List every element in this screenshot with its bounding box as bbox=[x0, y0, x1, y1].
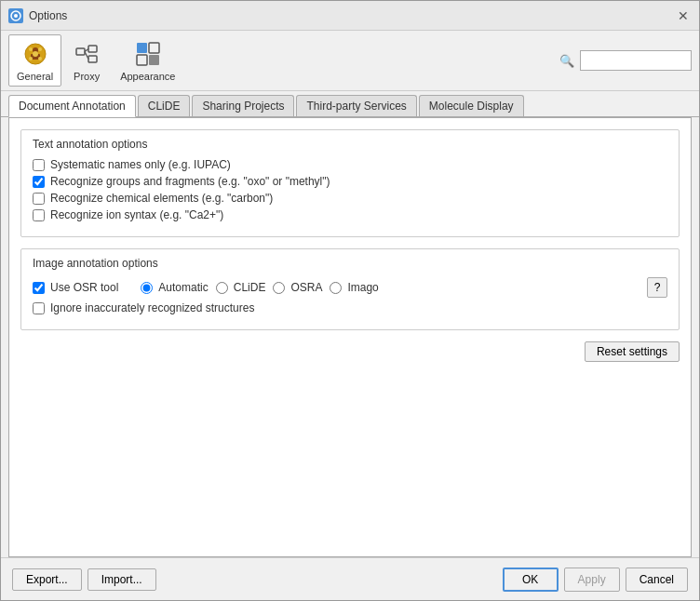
help-button[interactable]: ? bbox=[647, 277, 667, 298]
imago-radio[interactable] bbox=[330, 282, 342, 294]
appearance-toolbar-button[interactable]: Appearance bbox=[112, 34, 183, 87]
bottom-bar: Export... Import... OK Apply Cancel bbox=[1, 557, 699, 600]
systematic-option-row: Systematic names only (e.g. IUPAC) bbox=[33, 158, 667, 171]
proxy-icon bbox=[72, 39, 101, 69]
svg-rect-11 bbox=[88, 46, 97, 52]
ignore-inaccurate-checkbox[interactable] bbox=[33, 302, 45, 314]
clide-radio[interactable] bbox=[216, 282, 228, 294]
elements-option-row: Recognize chemical elements (e.g. "carbo… bbox=[33, 192, 667, 205]
automatic-radio[interactable] bbox=[141, 282, 153, 294]
svg-rect-17 bbox=[137, 55, 147, 65]
imago-radio-option: Imago bbox=[330, 281, 378, 294]
svg-point-5 bbox=[29, 47, 33, 51]
svg-rect-12 bbox=[88, 56, 97, 62]
elements-checkbox[interactable] bbox=[33, 193, 45, 205]
svg-point-6 bbox=[38, 47, 42, 51]
ignore-inaccurate-label[interactable]: Ignore inaccurately recognized structure… bbox=[50, 301, 254, 314]
svg-rect-10 bbox=[76, 48, 85, 55]
text-annotation-title: Text annotation options bbox=[33, 138, 667, 151]
ok-button[interactable]: OK bbox=[503, 568, 559, 592]
groups-label[interactable]: Recognize groups and fragments (e.g. "ox… bbox=[50, 175, 330, 188]
svg-rect-15 bbox=[137, 43, 147, 53]
groups-option-row: Recognize groups and fragments (e.g. "ox… bbox=[33, 175, 667, 188]
svg-point-1 bbox=[14, 14, 18, 18]
ignore-inaccurate-option: Ignore inaccurately recognized structure… bbox=[33, 301, 667, 314]
options-window: Options ✕ bbox=[0, 0, 700, 601]
appearance-button-label: Appearance bbox=[120, 71, 175, 82]
title-bar-left: Options bbox=[8, 8, 67, 23]
text-annotation-section: Text annotation options Systematic names… bbox=[20, 129, 680, 237]
proxy-toolbar-button[interactable]: Proxy bbox=[63, 34, 110, 87]
imago-radio-label[interactable]: Imago bbox=[347, 281, 378, 294]
automatic-radio-option: Automatic bbox=[141, 281, 208, 294]
general-icon bbox=[20, 39, 50, 69]
svg-point-8 bbox=[38, 57, 42, 60]
ion-label[interactable]: Recognize ion syntax (e.g. "Ca2+") bbox=[50, 208, 223, 221]
svg-point-9 bbox=[33, 51, 38, 57]
svg-point-7 bbox=[29, 57, 33, 60]
window-icon bbox=[8, 8, 23, 23]
tabs-bar: Document Annotation CLiDE Sharing Projec… bbox=[1, 91, 699, 117]
ion-checkbox[interactable] bbox=[33, 209, 45, 221]
clide-radio-label[interactable]: CLiDE bbox=[234, 281, 266, 294]
image-annotation-title: Image annotation options bbox=[33, 257, 667, 270]
tab-molecule-display[interactable]: Molecule Display bbox=[419, 95, 524, 116]
bottom-right: OK Apply Cancel bbox=[503, 568, 688, 592]
toolbar-search: 🔍 bbox=[558, 50, 692, 71]
window-title: Options bbox=[29, 9, 67, 22]
title-bar: Options ✕ bbox=[1, 1, 699, 31]
apply-button[interactable]: Apply bbox=[564, 568, 620, 592]
search-input[interactable] bbox=[580, 50, 692, 71]
proxy-button-label: Proxy bbox=[74, 71, 100, 82]
osr-row: Use OSR tool Automatic CLiDE OSRA bbox=[33, 277, 667, 298]
svg-line-14 bbox=[85, 52, 88, 60]
general-toolbar-button[interactable]: General bbox=[8, 34, 61, 87]
osra-radio-label[interactable]: OSRA bbox=[290, 281, 322, 294]
ion-option-row: Recognize ion syntax (e.g. "Ca2+") bbox=[33, 208, 667, 221]
appearance-icon bbox=[133, 39, 163, 69]
toolbar: General Proxy bbox=[1, 31, 699, 91]
bottom-left: Export... Import... bbox=[12, 568, 156, 591]
use-osr-option: Use OSR tool bbox=[33, 281, 118, 294]
use-osr-checkbox[interactable] bbox=[33, 282, 45, 294]
general-button-label: General bbox=[17, 71, 53, 82]
import-button[interactable]: Import... bbox=[88, 568, 156, 591]
toolbar-left: General Proxy bbox=[8, 34, 183, 87]
svg-rect-16 bbox=[149, 43, 159, 53]
automatic-label[interactable]: Automatic bbox=[158, 281, 208, 294]
svg-rect-18 bbox=[149, 55, 159, 65]
export-button[interactable]: Export... bbox=[12, 568, 82, 591]
tab-clide[interactable]: CLiDE bbox=[138, 95, 191, 116]
osr-options: Automatic CLiDE OSRA Imago bbox=[141, 281, 378, 294]
systematic-label[interactable]: Systematic names only (e.g. IUPAC) bbox=[50, 158, 231, 171]
cancel-button[interactable]: Cancel bbox=[626, 568, 688, 592]
tab-document-annotation[interactable]: Document Annotation bbox=[8, 95, 136, 117]
systematic-checkbox[interactable] bbox=[33, 159, 45, 171]
tab-sharing-projects[interactable]: Sharing Projects bbox=[192, 95, 294, 116]
reset-settings-button[interactable]: Reset settings bbox=[585, 341, 680, 362]
osra-radio-option: OSRA bbox=[273, 281, 322, 294]
image-annotation-section: Image annotation options Use OSR tool Au… bbox=[20, 248, 680, 330]
osra-radio[interactable] bbox=[273, 282, 285, 294]
reset-row: Reset settings bbox=[20, 341, 680, 362]
elements-label[interactable]: Recognize chemical elements (e.g. "carbo… bbox=[50, 192, 273, 205]
groups-checkbox[interactable] bbox=[33, 176, 45, 188]
clide-radio-option: CLiDE bbox=[216, 281, 266, 294]
main-content: Text annotation options Systematic names… bbox=[8, 117, 692, 557]
close-button[interactable]: ✕ bbox=[675, 7, 692, 24]
use-osr-label[interactable]: Use OSR tool bbox=[50, 281, 118, 294]
search-icon: 🔍 bbox=[558, 51, 576, 70]
tab-third-party[interactable]: Third-party Services bbox=[296, 95, 416, 116]
